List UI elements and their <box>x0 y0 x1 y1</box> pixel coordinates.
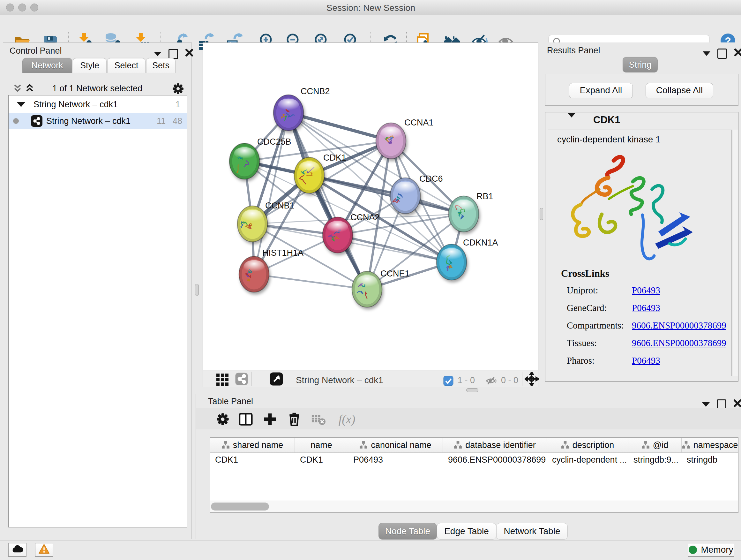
node-label: CDK1 <box>323 153 346 163</box>
protein-name: CDK1 <box>593 114 620 126</box>
table-header-row: shared name name canonical name database… <box>210 438 738 453</box>
cloud-icon <box>11 544 23 556</box>
network-icon <box>31 115 43 127</box>
hidden-eye-slash-icon[interactable] <box>485 374 497 388</box>
create-column-plus-icon[interactable] <box>261 410 279 428</box>
collection-label: String Network – cdk1 <box>33 100 118 110</box>
column-header-shared-name[interactable]: shared name <box>210 438 295 452</box>
network-label: String Network – cdk1 <box>46 116 131 126</box>
network-collection-row[interactable]: String Network – cdk1 1 <box>9 97 187 112</box>
crosslink-pharos-link[interactable]: P06493 <box>632 355 660 366</box>
tab-style[interactable]: Style <box>73 58 107 73</box>
network-graph: CCNB2CCNA1CDC25BCDK1CDC6RB1CCNB1CCNA2CDK… <box>203 43 538 370</box>
column-header-canonical-name[interactable]: canonical name <box>348 438 443 452</box>
node-label: CCNB1 <box>265 201 294 210</box>
collection-count: 1 <box>176 100 180 110</box>
column-header-database-identifier[interactable]: database identifier <box>443 438 547 452</box>
cloud-button[interactable] <box>8 543 26 557</box>
network-node-CCNB1[interactable]: CCNB1 <box>238 201 294 242</box>
network-node-CCNA1[interactable]: CCNA1 <box>376 118 434 159</box>
memory-label: Memory <box>701 545 733 555</box>
protein-section-expander-icon[interactable] <box>568 118 576 127</box>
table-horizontal-scrollbar[interactable] <box>210 501 738 512</box>
float-panel-icon[interactable] <box>169 49 178 59</box>
scrollbar-thumb[interactable] <box>211 503 269 510</box>
protein-description: cyclin-dependent kinase 1 <box>557 134 661 145</box>
network-node-RB1[interactable]: RB1 <box>449 192 493 232</box>
network-node-HIST1H1A[interactable]: HIST1H1A <box>239 248 304 292</box>
crosslink-label: Compartments: <box>567 320 624 331</box>
network-canvas[interactable]: CCNB2CCNA1CDC25BCDK1CDC6RB1CCNB1CCNA2CDK… <box>203 43 538 370</box>
warnings-button[interactable] <box>35 543 53 557</box>
network-node-CDKN1A[interactable]: CDKN1A <box>436 238 498 280</box>
network-node-CCNE1[interactable]: CCNE1 <box>352 269 410 307</box>
collection-expander-icon[interactable] <box>17 102 25 107</box>
crosslink-tissues-link[interactable]: 9606.ENSP00000378699 <box>632 338 726 348</box>
cell-id: stringdb:9... <box>628 453 682 467</box>
footer-separator <box>480 372 480 386</box>
memory-button[interactable]: Memory <box>688 543 734 557</box>
tab-string[interactable]: String <box>623 57 658 72</box>
titlebar: Session: New Session <box>0 0 741 15</box>
results-panel-title: Results Panel <box>547 46 600 56</box>
tab-sets[interactable]: Sets <box>146 58 176 73</box>
cell-description: cyclin-dependent ... <box>547 453 628 467</box>
protein-section: CDK1 cyclin-dependent kinase 1 <box>545 112 738 381</box>
column-header-name[interactable]: name <box>295 438 348 452</box>
column-header-id[interactable]: @id <box>628 438 682 452</box>
float-panel-icon[interactable] <box>718 49 727 59</box>
show-columns-icon[interactable] <box>237 410 255 428</box>
table-options-gear-icon[interactable] <box>214 410 232 428</box>
left-splitter-handle[interactable] <box>195 284 199 296</box>
crosslink-genecard-link[interactable]: P06493 <box>632 303 660 313</box>
tab-node-table[interactable]: Node Table <box>379 523 437 540</box>
tab-network-table[interactable]: Network Table <box>496 523 568 540</box>
network-view-title: String Network – cdk1 <box>296 374 383 387</box>
cell-shared-name: CDK1 <box>210 453 295 467</box>
close-panel-icon[interactable] <box>185 49 193 59</box>
column-header-namespace[interactable]: namespace <box>682 438 738 452</box>
node-label: CCNA2 <box>350 212 380 222</box>
node-label: CCNA1 <box>404 118 434 127</box>
panel-menu-icon[interactable] <box>702 402 710 407</box>
close-panel-icon[interactable] <box>734 48 741 59</box>
string-results-controls: Expand All Collapse All <box>545 74 738 106</box>
results-scrollbar[interactable] <box>733 130 738 376</box>
function-builder-icon[interactable]: f(x) <box>333 410 361 428</box>
protein-structure-image <box>561 151 711 271</box>
delete-table-icon[interactable] <box>310 410 327 428</box>
column-header-description[interactable]: description <box>547 438 628 452</box>
results-panel-window-icons <box>703 48 741 59</box>
delete-column-trash-icon[interactable] <box>285 410 303 428</box>
network-row[interactable]: String Network – cdk1 11 48 <box>9 113 187 129</box>
network-view-icon[interactable] <box>235 372 248 386</box>
node-label: RB1 <box>476 192 493 201</box>
current-network-dot <box>13 118 19 124</box>
hidden-counts: 0 - 0 <box>501 374 518 387</box>
table-row[interactable]: CDK1 CDK1 P06493 9606.ENSP00000378699 cy… <box>210 453 738 467</box>
window-title: Session: New Session <box>0 3 741 13</box>
collapse-all-button[interactable]: Collapse All <box>646 83 713 98</box>
pan-crosshair-icon[interactable] <box>525 372 539 386</box>
memory-status-dot <box>689 546 697 554</box>
tab-select[interactable]: Select <box>107 58 145 73</box>
tab-network[interactable]: Network <box>22 58 72 73</box>
crosslink-compartments-link[interactable]: 9606.ENSP00000378699 <box>632 320 726 331</box>
grid-view-icon[interactable] <box>216 372 229 386</box>
bottom-splitter-handle[interactable] <box>466 388 478 392</box>
protein-details: cyclin-dependent kinase 1 <box>548 130 732 376</box>
node-label: HIST1H1A <box>262 248 304 258</box>
crosslink-label: Tissues: <box>567 338 597 348</box>
crosslink-label: GeneCard: <box>567 303 607 313</box>
selected-checkbox-icon[interactable] <box>443 374 454 388</box>
panel-menu-icon[interactable] <box>154 52 161 56</box>
panel-menu-icon[interactable] <box>703 51 711 56</box>
footer-separator <box>522 372 522 386</box>
tab-edge-table[interactable]: Edge Table <box>437 523 496 540</box>
network-edge[interactable] <box>338 235 452 262</box>
expand-all-button[interactable]: Expand All <box>569 83 633 98</box>
network-edge[interactable] <box>254 274 367 289</box>
network-selected-summary: 1 of 1 Network selected <box>3 84 192 94</box>
birds-eye-view-icon[interactable] <box>269 372 283 386</box>
crosslink-uniprot-link[interactable]: P06493 <box>632 285 660 296</box>
